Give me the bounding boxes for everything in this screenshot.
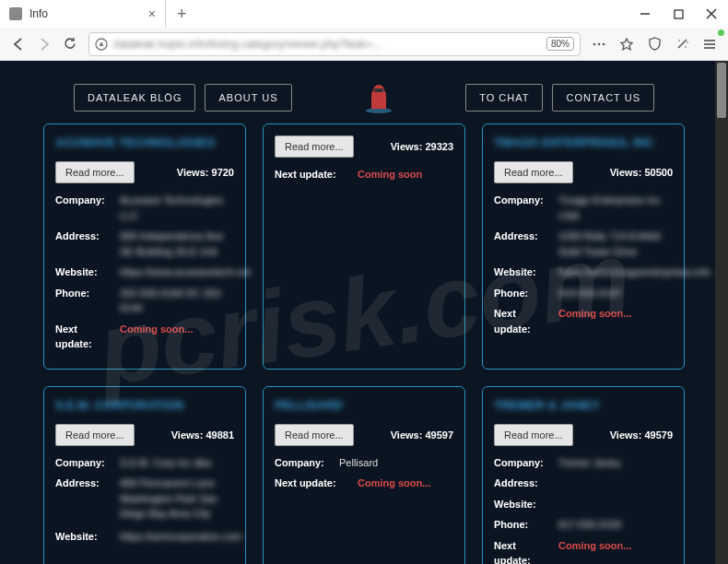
- close-tab-icon[interactable]: ×: [148, 6, 156, 21]
- address-value: 1200 Raily 714-Enfield Solid Tower Drive: [558, 229, 673, 259]
- address-label: Address:: [494, 476, 558, 491]
- next-update-value: Coming soon...: [558, 306, 631, 336]
- notification-dot-icon: [718, 29, 724, 36]
- window-titlebar: Info × +: [0, 0, 728, 28]
- phone-label: Phone:: [494, 286, 558, 301]
- company-label: Company:: [494, 193, 558, 223]
- website-label: Website:: [55, 264, 120, 280]
- phone-value: 617-555-0155: [558, 517, 622, 533]
- scroll-thumb[interactable]: [717, 63, 726, 118]
- url-bar[interactable]: dataleak.hopto.info/listing.category/vie…: [88, 32, 581, 56]
- svg-point-6: [598, 42, 601, 45]
- company-label: Company:: [55, 455, 120, 471]
- website-value: https://www.tmagoenterprises.info: [558, 264, 710, 280]
- company-value: Pellisard: [339, 455, 378, 471]
- website-label: Website:: [494, 264, 558, 280]
- company-value: S.E.M. Corp Inc dba: [120, 455, 211, 471]
- new-tab-icon[interactable]: +: [166, 5, 198, 24]
- read-more-button[interactable]: Read more...: [275, 424, 354, 446]
- close-window-icon[interactable]: [695, 0, 728, 28]
- browser-tab[interactable]: Info ×: [0, 0, 166, 28]
- tab-title: Info: [29, 7, 148, 20]
- wand-icon[interactable]: [669, 31, 695, 57]
- address-label: Address:: [55, 476, 120, 523]
- address-value: 500 Independence Ave SE Building 20-E Un…: [120, 229, 234, 259]
- company-value: Tremer Janey: [558, 455, 620, 471]
- forward-icon[interactable]: [31, 31, 57, 57]
- minimize-icon[interactable]: [628, 0, 662, 28]
- card-title: PELLISARD: [275, 398, 453, 415]
- zoom-badge[interactable]: 80%: [546, 37, 574, 51]
- next-update-value: Coming soon...: [358, 476, 430, 491]
- read-more-button[interactable]: Read more...: [275, 135, 354, 158]
- page-content: pcrisk.com DATALEAK BLÖG ABOUT US TO CHA…: [0, 61, 728, 564]
- card-title: ACUWAVE TECHNOLOGIES: [55, 135, 234, 152]
- leak-card: PELLISARD Read more... Views: 49597 Comp…: [263, 386, 465, 565]
- read-more-button[interactable]: Read more...: [494, 161, 573, 183]
- website-value: https://www.acuwavetech.net: [120, 264, 251, 280]
- next-update-value: Coming soon: [358, 167, 422, 182]
- next-update-label: Nextupdate:: [55, 322, 120, 352]
- site-info-icon[interactable]: [95, 38, 108, 51]
- phone-label: Phone:: [494, 517, 558, 533]
- read-more-button[interactable]: Read more...: [55, 161, 135, 183]
- views-count: Views: 29323: [391, 141, 453, 152]
- dataleak-blog-button[interactable]: DATALEAK BLÖG: [74, 84, 195, 112]
- card-title: S.E.M. CORPORATION: [55, 398, 234, 415]
- card-grid: ACUWAVE TECHNOLOGIES Read more... Views:…: [0, 123, 728, 564]
- to-chat-button[interactable]: TO CHAT: [465, 84, 543, 112]
- url-text: dataleak.hopto.info/listing.category/vie…: [113, 38, 543, 51]
- more-icon[interactable]: [586, 31, 612, 57]
- scrollbar[interactable]: [715, 61, 728, 564]
- phone-value: 202-555-0168 DC 202-0144: [120, 286, 234, 316]
- website-label: Website:: [494, 497, 558, 512]
- website-value: https://semcorporation.com: [120, 529, 242, 545]
- views-count: Views: 49579: [610, 429, 673, 441]
- svg-point-7: [603, 42, 605, 45]
- views-count: Views: 50500: [610, 167, 673, 178]
- next-update-label: Nextupdate:: [494, 538, 558, 565]
- svg-rect-1: [675, 10, 683, 18]
- maximize-icon[interactable]: [662, 0, 695, 28]
- website-label: Website:: [55, 529, 120, 545]
- shield-icon[interactable]: [641, 31, 667, 57]
- phone-value: 919-555-0197: [558, 286, 622, 301]
- company-value: Acuwave Technologies LLC: [120, 193, 234, 223]
- card-title: TREMER & JANEY: [494, 398, 673, 415]
- site-header: DATALEAK BLÖG ABOUT US TO CHAT CONTACT U…: [0, 61, 728, 123]
- address-label: Address:: [55, 229, 120, 259]
- back-icon[interactable]: [6, 31, 31, 57]
- menu-icon[interactable]: [697, 31, 722, 57]
- leak-card: S.E.M. CORPORATION Read more... Views: 4…: [43, 386, 246, 565]
- reload-icon[interactable]: [57, 31, 83, 57]
- svg-point-11: [687, 41, 688, 43]
- leak-card: TMAGO ENTERPRISES, INC Read more... View…: [482, 123, 685, 370]
- svg-point-10: [685, 46, 687, 48]
- bookmark-icon[interactable]: [614, 31, 640, 57]
- phone-label: Phone:: [55, 286, 120, 316]
- views-count: Views: 49881: [171, 429, 234, 441]
- next-update-label: Next update:: [275, 167, 358, 182]
- leak-card: TREMER & JANEY Read more... Views: 49579…: [482, 386, 685, 565]
- read-more-button[interactable]: Read more...: [494, 424, 573, 446]
- views-count: Views: 9720: [177, 167, 234, 178]
- next-update-label: Next update:: [275, 476, 358, 491]
- svg-rect-17: [374, 88, 383, 92]
- svg-point-5: [593, 42, 596, 45]
- views-count: Views: 49597: [391, 429, 453, 441]
- address-label: Address:: [494, 229, 558, 259]
- company-value: Tmago Enterprises Inc USA: [558, 193, 673, 223]
- company-label: Company:: [275, 455, 339, 471]
- contact-us-button[interactable]: CONTACT US: [552, 84, 654, 112]
- next-update-label: Nextupdate:: [494, 306, 558, 336]
- svg-point-9: [678, 40, 680, 41]
- about-us-button[interactable]: ABOUT US: [205, 84, 291, 112]
- company-label: Company:: [55, 193, 120, 223]
- next-update-value: Coming soon...: [558, 538, 631, 565]
- card-title: TMAGO ENTERPRISES, INC: [494, 135, 673, 152]
- company-label: Company:: [494, 455, 558, 471]
- leak-card: Read more... Views: 29323 Next update:Co…: [263, 123, 465, 370]
- next-update-value: Coming soon...: [120, 322, 193, 352]
- window-controls: [628, 0, 728, 28]
- read-more-button[interactable]: Read more...: [55, 424, 135, 446]
